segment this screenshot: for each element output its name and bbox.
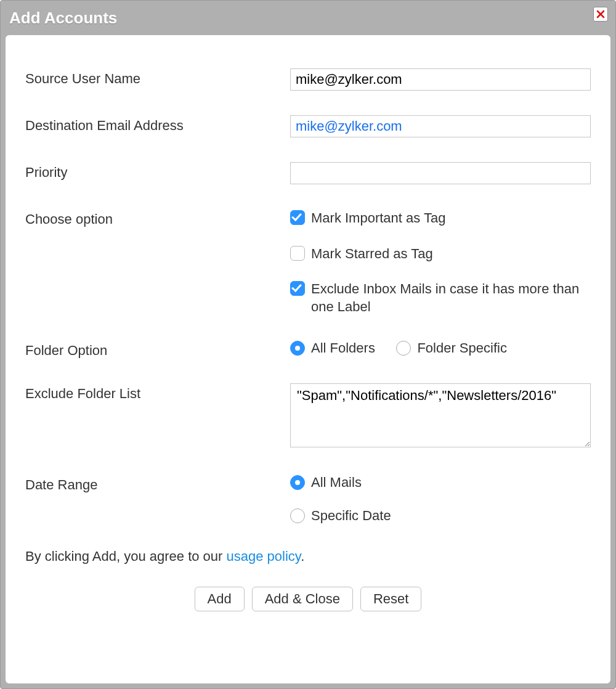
source-user-name-input[interactable]: [290, 68, 591, 91]
specific-date-radio[interactable]: [290, 508, 305, 523]
usage-policy-link[interactable]: usage policy: [227, 548, 301, 564]
source-user-name-label: Source User Name: [25, 68, 290, 87]
add-button[interactable]: Add: [195, 587, 245, 611]
button-row: Add Add & Close Reset: [25, 587, 591, 611]
close-button[interactable]: [593, 7, 608, 22]
destination-email-label: Destination Email Address: [25, 115, 290, 134]
priority-label: Priority: [25, 162, 290, 181]
exclude-inbox-checkbox[interactable]: [290, 281, 305, 296]
all-mails-radio-label: All Mails: [311, 475, 362, 491]
exclude-folder-list-input[interactable]: [290, 383, 591, 447]
agree-prefix: By clicking Add, you agree to our: [25, 548, 227, 564]
dialog-window: Add Accounts Source User Name Destinatio…: [0, 0, 616, 689]
dialog-body: Source User Name Destination Email Addre…: [6, 35, 610, 683]
mark-starred-label: Mark Starred as Tag: [311, 245, 433, 263]
folder-specific-radio[interactable]: [396, 341, 411, 356]
mark-starred-checkbox[interactable]: [290, 246, 305, 261]
choose-option-label: Choose option: [25, 209, 290, 227]
agree-suffix: .: [301, 548, 304, 564]
specific-date-radio-label: Specific Date: [311, 508, 391, 524]
agree-text: By clicking Add, you agree to our usage …: [25, 548, 591, 565]
exclude-inbox-label: Exclude Inbox Mails in case it has more …: [311, 280, 591, 316]
dialog-title: Add Accounts: [9, 9, 117, 28]
folder-option-label: Folder Option: [25, 340, 290, 359]
priority-input[interactable]: [290, 162, 591, 184]
dialog-titlebar: Add Accounts: [1, 1, 615, 35]
destination-email-input[interactable]: [290, 115, 591, 137]
folder-specific-radio-label: Folder Specific: [417, 340, 507, 356]
add-close-button[interactable]: Add & Close: [252, 587, 353, 611]
date-range-label: Date Range: [25, 475, 290, 493]
mark-important-label: Mark Important as Tag: [311, 209, 445, 227]
close-icon: [596, 10, 605, 18]
exclude-folder-list-label: Exclude Folder List: [25, 383, 290, 402]
all-mails-radio[interactable]: [290, 475, 305, 490]
all-folders-radio[interactable]: [290, 341, 305, 356]
all-folders-radio-label: All Folders: [311, 340, 375, 356]
mark-important-checkbox[interactable]: [290, 210, 305, 225]
reset-button[interactable]: Reset: [360, 587, 421, 611]
